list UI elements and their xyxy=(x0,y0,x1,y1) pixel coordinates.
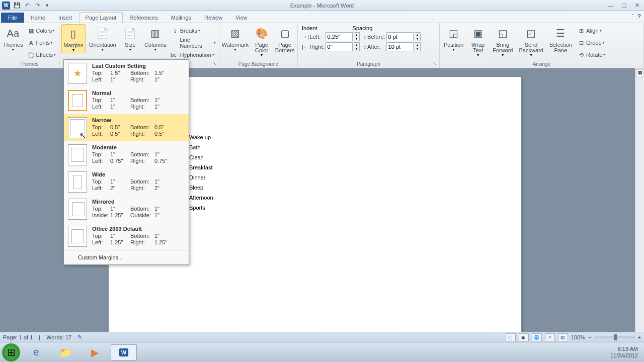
tab-view[interactable]: View xyxy=(229,12,254,23)
tab-references[interactable]: References xyxy=(123,12,164,23)
align-button[interactable]: ⊞Align▾ xyxy=(576,25,606,36)
margin-option-normal[interactable]: Normal Top:1"Bottom:1" Left:1"Right:1" xyxy=(64,87,189,114)
send-backward-button[interactable]: ◰Send Backward▼ xyxy=(517,24,545,58)
view-print-layout[interactable]: ▢ xyxy=(506,333,516,341)
view-full-screen[interactable]: ▣ xyxy=(519,333,529,341)
ruler-toggle[interactable]: ▦ xyxy=(636,69,644,77)
spacing-before-input[interactable]: 0 pt xyxy=(386,32,414,41)
page-borders-button[interactable]: ▢Page Borders xyxy=(274,24,295,54)
page-color-icon: 🎨 xyxy=(254,25,270,41)
zoom-level[interactable]: 100% xyxy=(571,334,585,340)
tab-review[interactable]: Review xyxy=(198,12,229,23)
breaks-icon: ⤵ xyxy=(171,27,179,35)
zoom-in-button[interactable]: + xyxy=(638,334,641,340)
colors-button[interactable]: ▦Colors▾ xyxy=(26,25,57,36)
themes-button[interactable]: Aa Themes ▼ xyxy=(2,24,24,52)
margin-preview-icon xyxy=(68,117,87,138)
vertical-scrollbar[interactable] xyxy=(635,68,644,332)
tab-page-layout[interactable]: Page Layout xyxy=(79,12,123,23)
columns-button[interactable]: ▥ Columns ▼ xyxy=(143,24,168,52)
custom-margins-button[interactable]: Custom Margins... xyxy=(64,250,189,264)
taskbar-word[interactable]: W xyxy=(111,344,137,360)
start-button[interactable]: ⊞ xyxy=(2,343,20,361)
margin-option-wide[interactable]: Wide Top:1"Bottom:1" Left:2"Right:2" xyxy=(64,168,189,196)
margin-preview-icon xyxy=(68,199,87,220)
minimize-button[interactable]: — xyxy=(605,2,617,10)
margin-preview-icon xyxy=(68,171,87,193)
tab-mailings[interactable]: Mailings xyxy=(165,12,198,23)
selection-pane-button[interactable]: ☰Selection Pane xyxy=(547,24,574,54)
selection-icon: ☰ xyxy=(552,25,569,41)
spacing-after-input[interactable]: 10 pt xyxy=(386,42,414,51)
margin-preview-icon xyxy=(68,144,87,165)
document-text[interactable]: Wake upBathCleanBreakfastDinnerSleepAfte… xyxy=(189,132,213,213)
qat-customize-icon[interactable]: ▾ xyxy=(42,1,52,10)
spacing-after-spinner[interactable]: ▴▾ xyxy=(415,42,421,51)
view-draft[interactable]: ▤ xyxy=(558,333,568,341)
size-button[interactable]: 📄 Size ▼ xyxy=(120,24,141,52)
zoom-slider[interactable] xyxy=(595,336,635,338)
view-web[interactable]: 🌐 xyxy=(532,333,542,341)
spacing-after-icon: ↕ xyxy=(364,44,367,50)
fonts-button[interactable]: AFonts▾ xyxy=(26,37,57,48)
bring-forward-button[interactable]: ◱Bring Forward▼ xyxy=(491,24,515,58)
margin-option-office 2003 default[interactable]: Office 2003 Default Top:1"Bottom:1" Left… xyxy=(64,223,189,250)
group-page-background: Page Background xyxy=(221,60,295,68)
spacing-before-spinner[interactable]: ▴▾ xyxy=(415,32,421,41)
spacing-before-icon: ↕ xyxy=(364,34,367,40)
breaks-button[interactable]: ⤵Breaks▾ xyxy=(170,25,217,36)
indent-left-icon: →| xyxy=(302,34,309,40)
indent-left-input[interactable]: 0.25" xyxy=(326,32,353,41)
position-button[interactable]: ◲Position▼ xyxy=(442,24,465,52)
help-icon[interactable]: ? xyxy=(637,13,641,19)
taskbar-ie[interactable]: e xyxy=(23,344,49,360)
margin-option-last custom setting[interactable]: ★ Last Custom Setting Top:1.5"Bottom:1.5… xyxy=(64,60,189,87)
zoom-out-button[interactable]: − xyxy=(588,334,591,340)
group-objects-button[interactable]: ⊡Group▾ xyxy=(576,37,606,48)
themes-icon: Aa xyxy=(5,25,21,41)
restore-button[interactable]: ▢ xyxy=(618,2,630,10)
indent-right-input[interactable]: 0" xyxy=(326,42,353,51)
hyphenation-button[interactable]: bc⁻Hyphenation▾ xyxy=(170,49,217,60)
margins-dropdown: ★ Last Custom Setting Top:1.5"Bottom:1.5… xyxy=(63,59,189,265)
margin-option-moderate[interactable]: Moderate Top:1"Bottom:1" Left:0.75"Right… xyxy=(64,141,189,168)
taskbar: ⊞ e 📁 ▶ W 8:13 AM 11/24/2012 xyxy=(0,342,644,362)
tab-insert[interactable]: Insert xyxy=(52,12,79,23)
paragraph-launcher[interactable]: ⤡ xyxy=(432,61,438,67)
status-bar: Page: 1 of 1 | Words: 17 ✎ ▢ ▣ 🌐 ≡ ▤ 100… xyxy=(0,332,644,342)
wrap-text-button[interactable]: ▣Wrap Text▼ xyxy=(467,24,489,58)
indent-left-spinner[interactable]: ▴▾ xyxy=(354,32,360,41)
status-words[interactable]: Words: 17 xyxy=(46,334,71,340)
indent-right-spinner[interactable]: ▴▾ xyxy=(354,42,360,51)
line-numbers-icon: ≡ xyxy=(171,39,179,47)
taskbar-explorer[interactable]: 📁 xyxy=(52,344,78,360)
effects-button[interactable]: ◯Effects▾ xyxy=(26,49,57,60)
margin-preview-icon xyxy=(68,90,87,111)
page-setup-launcher[interactable]: ⤡ xyxy=(212,61,218,67)
taskbar-media[interactable]: ▶ xyxy=(82,344,108,360)
spacing-label: Spacing xyxy=(353,25,373,31)
margins-button[interactable]: ▯ Margins ▼ xyxy=(61,24,86,53)
proofing-icon[interactable]: ✎ xyxy=(77,334,82,340)
clock-date[interactable]: 11/24/2012 xyxy=(610,352,638,359)
margin-option-narrow[interactable]: Narrow Top:0.5"Bottom:0.5" Left:0.5"Righ… xyxy=(64,114,189,141)
close-button[interactable]: ✕ xyxy=(631,2,643,10)
undo-icon[interactable]: ↶ xyxy=(22,1,32,10)
minimize-ribbon-icon[interactable]: ˇ xyxy=(632,13,634,19)
watermark-button[interactable]: ▨Watermark▼ xyxy=(221,24,249,52)
clock-time[interactable]: 8:13 AM xyxy=(610,346,638,352)
rotate-button[interactable]: ⟲Rotate▾ xyxy=(576,49,606,60)
tab-home[interactable]: Home xyxy=(24,12,52,23)
margin-option-mirrored[interactable]: Mirrored Top:1"Bottom:1" Inside:1.25"Out… xyxy=(64,196,189,223)
tab-file[interactable]: File xyxy=(1,13,24,23)
status-page[interactable]: Page: 1 of 1 xyxy=(3,334,33,340)
view-outline[interactable]: ≡ xyxy=(545,333,555,341)
watermark-icon: ▨ xyxy=(227,25,244,41)
page-color-button[interactable]: 🎨Page Color▼ xyxy=(251,24,272,58)
fonts-icon: A xyxy=(27,39,35,47)
line-numbers-button[interactable]: ≡Line Numbers▾ xyxy=(170,37,217,48)
orientation-button[interactable]: 📄 Orientation ▼ xyxy=(88,24,118,52)
save-icon[interactable]: 💾 xyxy=(12,1,22,10)
wrap-icon: ▣ xyxy=(470,25,486,41)
redo-icon[interactable]: ↷ xyxy=(32,1,42,10)
